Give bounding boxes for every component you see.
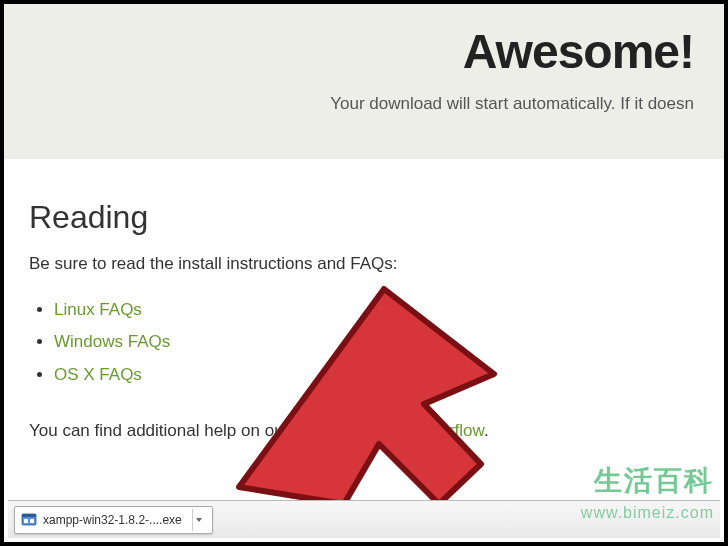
reading-lead: Be sure to read the install instructions… (29, 254, 699, 274)
list-item: Linux FAQs (54, 294, 699, 326)
hero-subtitle: Your download will start automatically. … (34, 94, 694, 114)
content-area: Reading Be sure to read the install inst… (4, 159, 724, 461)
svg-rect-2 (24, 519, 28, 523)
svg-rect-3 (30, 519, 34, 523)
download-filename: xampp-win32-1.8.2-....exe (43, 513, 182, 527)
windows-faqs-link[interactable]: Windows FAQs (54, 332, 170, 351)
list-item: Windows FAQs (54, 326, 699, 358)
faq-list: Linux FAQs Windows FAQs OS X FAQs (54, 294, 699, 391)
svg-rect-1 (22, 514, 36, 517)
help-line: You can find additional help on our foru… (29, 421, 699, 441)
hero-banner: Awesome! Your download will start automa… (4, 4, 724, 159)
list-item: OS X FAQs (54, 359, 699, 391)
hero-title: Awesome! (34, 24, 694, 79)
linux-faqs-link[interactable]: Linux FAQs (54, 300, 142, 319)
osx-faqs-link[interactable]: OS X FAQs (54, 365, 142, 384)
chevron-down-icon (195, 516, 203, 524)
watermark-url: www.bimeiz.com (581, 504, 714, 522)
watermark-text: 生活百科 (594, 462, 714, 500)
download-item[interactable]: xampp-win32-1.8.2-....exe (14, 506, 213, 534)
help-prefix: You can find additional help on our (29, 421, 294, 440)
help-suffix: . (484, 421, 489, 440)
download-dropdown-button[interactable] (192, 509, 206, 531)
reading-heading: Reading (29, 199, 699, 236)
stack-overflow-link[interactable]: Overflow (413, 421, 484, 440)
exe-file-icon (21, 512, 37, 528)
